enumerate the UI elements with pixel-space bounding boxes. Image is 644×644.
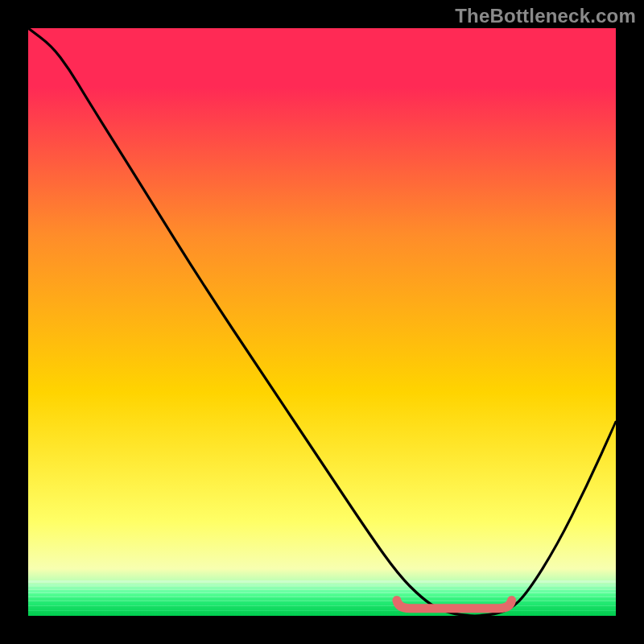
chart-svg [28,28,616,616]
svg-rect-6 [28,601,616,605]
plot-area [28,28,616,616]
watermark-text: TheBottleneck.com [455,5,636,27]
svg-rect-7 [28,606,616,610]
chart-background-gradient [28,28,616,616]
svg-rect-8 [28,611,616,616]
chart-frame: TheBottleneck.com [0,0,644,644]
svg-rect-4 [28,593,616,597]
svg-rect-1 [28,584,616,586]
svg-rect-5 [28,597,616,601]
svg-rect-0 [28,580,616,583]
